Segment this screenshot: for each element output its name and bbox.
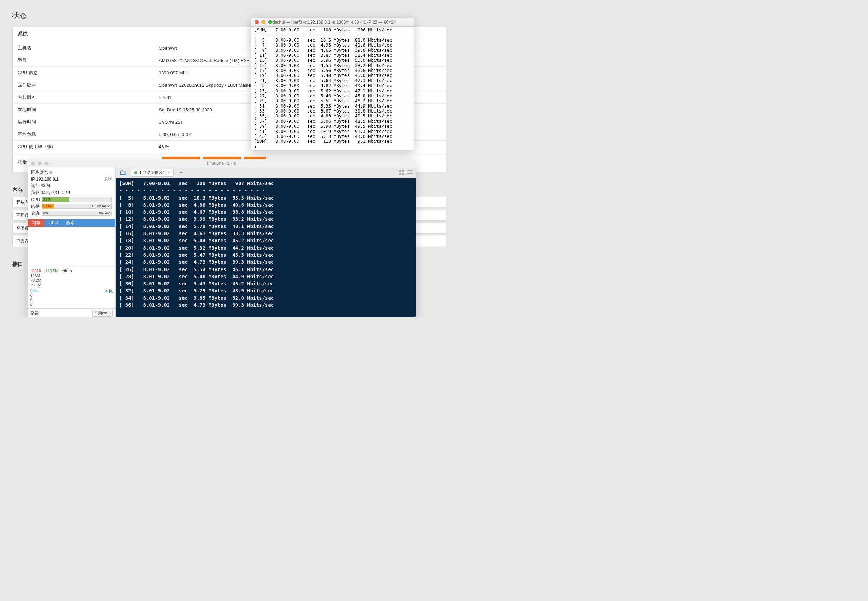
sidebar-tabs: 内存 CPU 命令 (28, 220, 115, 227)
swap-label: 交换 (31, 210, 42, 216)
net-val: 113M (31, 274, 113, 278)
terminal-output[interactable]: [SUM] 7.00-8.00 sec 108 MBytes 906 Mbits… (251, 27, 414, 150)
copy-button[interactable]: 复制 (104, 176, 112, 182)
tab-cpu[interactable]: CPU (44, 220, 62, 227)
tab-cmd[interactable]: 命令 (62, 220, 79, 227)
swap-bar: 0%0/474M (42, 211, 112, 216)
ip-label: IP 192.168.8.1 (31, 177, 58, 182)
upload-rate: ↑301K (31, 269, 41, 273)
download-rate: ↓119.5M (43, 269, 58, 273)
status-dot-icon (49, 171, 52, 174)
mem-bar: 17%165M/948M (42, 203, 112, 209)
finalshell-titlebar[interactable]: FinalShell 3.7.6 (28, 159, 416, 167)
finalshell-topbar: 1 192.168.8.1 × + (116, 167, 416, 178)
close-icon[interactable] (255, 20, 259, 24)
latency-label: 0ms (31, 288, 38, 293)
add-tab-button[interactable]: + (177, 170, 185, 176)
finalshell-terminal[interactable]: [SUM] 7.00-8.01 sec 109 MBytes 907 Mbits… (116, 178, 416, 317)
row-label: 型号 (18, 57, 159, 64)
minimize-icon[interactable] (261, 20, 265, 24)
session-tab[interactable]: 1 192.168.8.1 × (131, 169, 174, 177)
mem-usage: 165M/948M (90, 204, 110, 208)
terminal-window[interactable]: ⌂dachui — iperf3 -c 192.168.8.1 -b 1000m… (251, 18, 414, 150)
cpu-percent: 39% (43, 197, 51, 201)
uptime-label: 运行 48 分 (31, 183, 51, 189)
list-view-icon[interactable] (407, 170, 413, 175)
iface-select[interactable]: eth1 ▾ (62, 269, 72, 273)
finalshell-title: FinalShell 3.7.6 (28, 161, 416, 166)
net-val: 39.1M (31, 283, 113, 287)
terminal-titlebar[interactable]: ⌂dachui — iperf3 -c 192.168.8.1 -b 1000m… (251, 18, 414, 27)
latency-val: 0 (31, 293, 113, 297)
row-label: 固件版本 (18, 82, 159, 88)
maximize-icon[interactable] (268, 20, 272, 24)
disk-select[interactable]: 可用/大小 (92, 310, 113, 317)
cpu-bar: 39% (42, 197, 112, 202)
latency-host: 本机 (105, 288, 113, 294)
close-icon[interactable] (31, 162, 35, 165)
terminal-title: ⌂dachui — iperf3 -c 192.168.8.1 -b 1000m… (251, 20, 414, 25)
swap-usage: 0/474M (97, 211, 110, 215)
row-label: 主机名 (18, 45, 159, 51)
mem-label: 内存 (31, 203, 42, 209)
close-tab-icon[interactable]: × (167, 170, 170, 175)
load-label: 负载 0.24, 0.31, 0.14 (31, 190, 70, 196)
row-label: 内核版本 (18, 94, 159, 101)
row-label: CPU 使用率（%） (18, 143, 159, 150)
finalshell-window[interactable]: FinalShell 3.7.6 同步状态 IP 192.168.8.1复制 运… (28, 159, 416, 317)
finalshell-sidebar: 同步状态 IP 192.168.8.1复制 运行 48 分 负载 0.24, 0… (28, 167, 116, 317)
row-label: 本地时间 (18, 107, 159, 113)
path-label: 路径 (31, 310, 39, 316)
row-label: 平均负载 (18, 131, 159, 137)
session-tab-label: 1 192.168.8.1 (139, 170, 165, 175)
folder-icon[interactable] (119, 170, 127, 176)
sync-status-label: 同步状态 (31, 170, 48, 175)
minimize-icon[interactable] (38, 162, 42, 165)
latency-val: 0 (31, 298, 113, 302)
cpu-label: CPU (31, 197, 42, 202)
latency-val: 0 (31, 302, 113, 307)
net-val: 78.2M (31, 278, 113, 282)
row-label: 运行时间 (18, 119, 159, 125)
mem-percent: 17% (43, 204, 51, 208)
row-label: CPU 信息 (18, 70, 159, 76)
status-dot-icon (134, 171, 137, 174)
grid-view-icon[interactable] (399, 170, 404, 175)
maximize-icon[interactable] (44, 162, 48, 165)
tab-memory[interactable]: 内存 (28, 220, 44, 227)
swap-percent: 0% (43, 211, 49, 215)
